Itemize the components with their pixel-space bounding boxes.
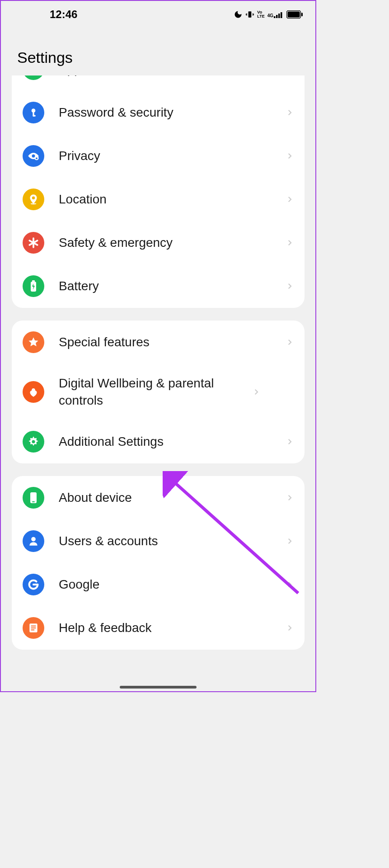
row-label: Battery bbox=[59, 278, 282, 295]
gear-star-icon bbox=[23, 431, 44, 453]
status-bar: 12:46 VoLTE 4G bbox=[1, 1, 315, 26]
row-label: Users & accounts bbox=[59, 533, 282, 550]
chevron-right-icon bbox=[286, 537, 294, 545]
person-icon bbox=[23, 530, 44, 552]
battery-icon bbox=[286, 10, 303, 19]
chevron-right-icon bbox=[286, 438, 294, 446]
settings-list: Apps Password & security Privacy Locatio… bbox=[1, 75, 315, 650]
svg-rect-30 bbox=[31, 629, 35, 630]
svg-rect-2 bbox=[276, 15, 278, 18]
settings-row-privacy[interactable]: Privacy bbox=[12, 134, 305, 178]
svg-rect-21 bbox=[32, 280, 35, 282]
page-title: Settings bbox=[17, 49, 315, 66]
row-label: About device bbox=[59, 489, 282, 506]
svg-point-18 bbox=[32, 197, 35, 200]
row-label: Location bbox=[59, 191, 282, 208]
svg-rect-0 bbox=[248, 11, 252, 17]
location-icon bbox=[23, 189, 44, 210]
volte-icon: VoLTE bbox=[257, 10, 264, 19]
row-label: Special features bbox=[59, 334, 282, 351]
svg-point-15 bbox=[32, 155, 35, 158]
svg-rect-28 bbox=[31, 625, 36, 626]
svg-rect-1 bbox=[274, 16, 276, 18]
asterisk-icon bbox=[23, 232, 44, 254]
chevron-right-icon bbox=[286, 624, 294, 632]
settings-section-device: About device Users & accounts Google Hel… bbox=[12, 476, 305, 650]
chevron-right-icon bbox=[286, 580, 294, 589]
settings-section-security: Apps Password & security Privacy Locatio… bbox=[12, 75, 305, 308]
phone-icon bbox=[23, 487, 44, 509]
settings-row-about-device[interactable]: About device bbox=[12, 476, 305, 519]
navigation-bar-handle[interactable] bbox=[120, 686, 197, 689]
eye-lock-icon bbox=[23, 145, 44, 167]
settings-row-users-accounts[interactable]: Users & accounts bbox=[12, 519, 305, 563]
settings-row-battery[interactable]: Battery bbox=[12, 264, 305, 308]
row-label: Password & security bbox=[59, 104, 282, 121]
google-icon bbox=[23, 574, 44, 595]
row-label: Apps bbox=[59, 75, 282, 78]
settings-row-additional-settings[interactable]: Additional Settings bbox=[12, 420, 305, 463]
settings-row-help-feedback[interactable]: Help & feedback bbox=[12, 606, 305, 650]
row-label: Safety & emergency bbox=[59, 234, 282, 251]
network-4g-icon: 4G bbox=[267, 11, 284, 18]
heart-icon bbox=[23, 381, 44, 403]
settings-row-google[interactable]: Google bbox=[12, 563, 305, 606]
chevron-right-icon bbox=[286, 282, 294, 290]
chevron-right-icon bbox=[286, 239, 294, 247]
chevron-right-icon bbox=[286, 338, 294, 346]
chevron-right-icon bbox=[286, 195, 294, 203]
svg-rect-6 bbox=[288, 12, 300, 18]
status-time: 12:46 bbox=[50, 8, 77, 21]
svg-rect-3 bbox=[278, 14, 280, 18]
svg-point-26 bbox=[31, 537, 36, 541]
row-label: Digital Wellbeing & parental controls bbox=[59, 375, 248, 409]
chevron-right-icon bbox=[286, 108, 294, 117]
vibrate-icon bbox=[245, 10, 254, 19]
row-label: Privacy bbox=[59, 147, 282, 165]
svg-rect-29 bbox=[31, 627, 36, 628]
settings-row-apps[interactable]: Apps bbox=[12, 75, 305, 91]
svg-rect-7 bbox=[301, 13, 303, 16]
settings-row-special-features[interactable]: Special features bbox=[12, 321, 305, 364]
key-icon bbox=[23, 102, 44, 123]
svg-rect-17 bbox=[36, 158, 37, 160]
settings-header: Settings bbox=[1, 26, 315, 75]
svg-point-23 bbox=[32, 440, 35, 443]
dnd-icon bbox=[234, 10, 243, 19]
settings-section-features: Special features Digital Wellbeing & par… bbox=[12, 321, 305, 463]
settings-row-password-security[interactable]: Password & security bbox=[12, 91, 305, 134]
settings-row-digital-wellbeing[interactable]: Digital Wellbeing & parental controls bbox=[12, 364, 305, 420]
row-label: Help & feedback bbox=[59, 619, 282, 637]
row-label: Google bbox=[59, 576, 282, 593]
svg-rect-14 bbox=[33, 115, 36, 116]
star-icon bbox=[23, 331, 44, 353]
chevron-right-icon bbox=[286, 152, 294, 160]
chevron-right-icon bbox=[286, 494, 294, 502]
settings-row-location[interactable]: Location bbox=[12, 178, 305, 221]
book-icon bbox=[23, 617, 44, 639]
row-label: Additional Settings bbox=[59, 433, 282, 450]
apps-icon bbox=[23, 75, 44, 80]
chevron-right-icon bbox=[252, 388, 260, 396]
svg-rect-4 bbox=[281, 12, 282, 18]
settings-row-safety-emergency[interactable]: Safety & emergency bbox=[12, 221, 305, 264]
battery-icon bbox=[23, 275, 44, 297]
svg-rect-25 bbox=[32, 501, 35, 502]
status-icons: VoLTE 4G bbox=[234, 10, 303, 19]
svg-point-19 bbox=[31, 203, 37, 204]
